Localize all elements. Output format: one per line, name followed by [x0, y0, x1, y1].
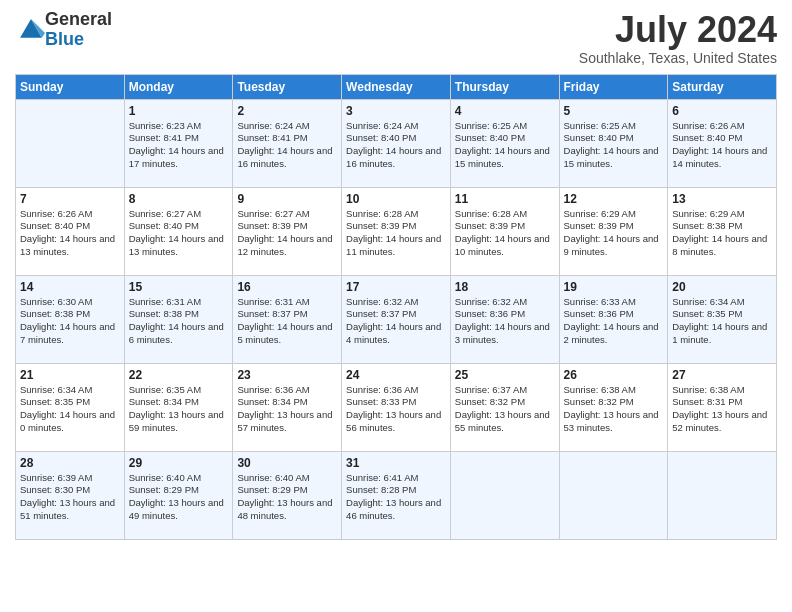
day-number: 2	[237, 104, 337, 118]
calendar-cell: 26Sunrise: 6:38 AMSunset: 8:32 PMDayligh…	[559, 363, 668, 451]
day-number: 8	[129, 192, 229, 206]
day-number: 20	[672, 280, 772, 294]
day-info: Sunrise: 6:36 AMSunset: 8:34 PMDaylight:…	[237, 384, 337, 435]
day-info: Sunrise: 6:24 AMSunset: 8:41 PMDaylight:…	[237, 120, 337, 171]
day-info: Sunrise: 6:27 AMSunset: 8:40 PMDaylight:…	[129, 208, 229, 259]
day-info: Sunrise: 6:38 AMSunset: 8:31 PMDaylight:…	[672, 384, 772, 435]
calendar-cell: 15Sunrise: 6:31 AMSunset: 8:38 PMDayligh…	[124, 275, 233, 363]
calendar-week-row: 1Sunrise: 6:23 AMSunset: 8:41 PMDaylight…	[16, 99, 777, 187]
day-number: 26	[564, 368, 664, 382]
logo-text: General Blue	[45, 10, 112, 50]
day-number: 7	[20, 192, 120, 206]
day-header-thursday: Thursday	[450, 74, 559, 99]
calendar-cell	[450, 451, 559, 539]
calendar-cell: 16Sunrise: 6:31 AMSunset: 8:37 PMDayligh…	[233, 275, 342, 363]
day-header-sunday: Sunday	[16, 74, 125, 99]
day-number: 13	[672, 192, 772, 206]
day-info: Sunrise: 6:30 AMSunset: 8:38 PMDaylight:…	[20, 296, 120, 347]
day-info: Sunrise: 6:25 AMSunset: 8:40 PMDaylight:…	[455, 120, 555, 171]
day-number: 22	[129, 368, 229, 382]
calendar-week-row: 21Sunrise: 6:34 AMSunset: 8:35 PMDayligh…	[16, 363, 777, 451]
calendar-cell: 5Sunrise: 6:25 AMSunset: 8:40 PMDaylight…	[559, 99, 668, 187]
calendar-cell: 10Sunrise: 6:28 AMSunset: 8:39 PMDayligh…	[342, 187, 451, 275]
day-number: 21	[20, 368, 120, 382]
logo-general: General	[45, 10, 112, 30]
day-info: Sunrise: 6:38 AMSunset: 8:32 PMDaylight:…	[564, 384, 664, 435]
day-number: 16	[237, 280, 337, 294]
calendar-cell: 21Sunrise: 6:34 AMSunset: 8:35 PMDayligh…	[16, 363, 125, 451]
logo-icon	[17, 16, 45, 44]
day-number: 31	[346, 456, 446, 470]
calendar-cell	[16, 99, 125, 187]
day-number: 29	[129, 456, 229, 470]
day-number: 14	[20, 280, 120, 294]
month-year-title: July 2024	[579, 10, 777, 50]
day-info: Sunrise: 6:26 AMSunset: 8:40 PMDaylight:…	[20, 208, 120, 259]
day-info: Sunrise: 6:41 AMSunset: 8:28 PMDaylight:…	[346, 472, 446, 523]
calendar-cell: 11Sunrise: 6:28 AMSunset: 8:39 PMDayligh…	[450, 187, 559, 275]
day-number: 15	[129, 280, 229, 294]
day-number: 24	[346, 368, 446, 382]
calendar-cell: 31Sunrise: 6:41 AMSunset: 8:28 PMDayligh…	[342, 451, 451, 539]
day-info: Sunrise: 6:24 AMSunset: 8:40 PMDaylight:…	[346, 120, 446, 171]
logo: General Blue	[15, 10, 112, 50]
day-number: 18	[455, 280, 555, 294]
calendar-cell: 22Sunrise: 6:35 AMSunset: 8:34 PMDayligh…	[124, 363, 233, 451]
calendar-cell: 17Sunrise: 6:32 AMSunset: 8:37 PMDayligh…	[342, 275, 451, 363]
day-number: 27	[672, 368, 772, 382]
location-subtitle: Southlake, Texas, United States	[579, 50, 777, 66]
day-number: 6	[672, 104, 772, 118]
title-section: July 2024 Southlake, Texas, United State…	[579, 10, 777, 66]
day-info: Sunrise: 6:35 AMSunset: 8:34 PMDaylight:…	[129, 384, 229, 435]
calendar-cell: 8Sunrise: 6:27 AMSunset: 8:40 PMDaylight…	[124, 187, 233, 275]
day-number: 5	[564, 104, 664, 118]
day-number: 10	[346, 192, 446, 206]
day-number: 28	[20, 456, 120, 470]
calendar-header-row: SundayMondayTuesdayWednesdayThursdayFrid…	[16, 74, 777, 99]
day-info: Sunrise: 6:31 AMSunset: 8:38 PMDaylight:…	[129, 296, 229, 347]
calendar-cell: 30Sunrise: 6:40 AMSunset: 8:29 PMDayligh…	[233, 451, 342, 539]
day-number: 17	[346, 280, 446, 294]
calendar-cell: 14Sunrise: 6:30 AMSunset: 8:38 PMDayligh…	[16, 275, 125, 363]
logo-blue: Blue	[45, 30, 112, 50]
calendar-cell: 29Sunrise: 6:40 AMSunset: 8:29 PMDayligh…	[124, 451, 233, 539]
page-header: General Blue July 2024 Southlake, Texas,…	[15, 10, 777, 66]
calendar-cell: 23Sunrise: 6:36 AMSunset: 8:34 PMDayligh…	[233, 363, 342, 451]
day-info: Sunrise: 6:33 AMSunset: 8:36 PMDaylight:…	[564, 296, 664, 347]
calendar-cell: 2Sunrise: 6:24 AMSunset: 8:41 PMDaylight…	[233, 99, 342, 187]
calendar-cell: 20Sunrise: 6:34 AMSunset: 8:35 PMDayligh…	[668, 275, 777, 363]
day-number: 1	[129, 104, 229, 118]
calendar-cell: 7Sunrise: 6:26 AMSunset: 8:40 PMDaylight…	[16, 187, 125, 275]
day-info: Sunrise: 6:36 AMSunset: 8:33 PMDaylight:…	[346, 384, 446, 435]
day-number: 19	[564, 280, 664, 294]
day-info: Sunrise: 6:27 AMSunset: 8:39 PMDaylight:…	[237, 208, 337, 259]
day-info: Sunrise: 6:40 AMSunset: 8:29 PMDaylight:…	[237, 472, 337, 523]
day-info: Sunrise: 6:29 AMSunset: 8:39 PMDaylight:…	[564, 208, 664, 259]
calendar-cell: 4Sunrise: 6:25 AMSunset: 8:40 PMDaylight…	[450, 99, 559, 187]
day-header-monday: Monday	[124, 74, 233, 99]
day-info: Sunrise: 6:26 AMSunset: 8:40 PMDaylight:…	[672, 120, 772, 171]
calendar-cell: 19Sunrise: 6:33 AMSunset: 8:36 PMDayligh…	[559, 275, 668, 363]
day-info: Sunrise: 6:28 AMSunset: 8:39 PMDaylight:…	[455, 208, 555, 259]
calendar-cell: 25Sunrise: 6:37 AMSunset: 8:32 PMDayligh…	[450, 363, 559, 451]
day-info: Sunrise: 6:29 AMSunset: 8:38 PMDaylight:…	[672, 208, 772, 259]
day-number: 25	[455, 368, 555, 382]
calendar-week-row: 14Sunrise: 6:30 AMSunset: 8:38 PMDayligh…	[16, 275, 777, 363]
day-info: Sunrise: 6:34 AMSunset: 8:35 PMDaylight:…	[20, 384, 120, 435]
day-number: 12	[564, 192, 664, 206]
calendar-cell	[668, 451, 777, 539]
calendar-week-row: 28Sunrise: 6:39 AMSunset: 8:30 PMDayligh…	[16, 451, 777, 539]
day-info: Sunrise: 6:32 AMSunset: 8:36 PMDaylight:…	[455, 296, 555, 347]
day-info: Sunrise: 6:28 AMSunset: 8:39 PMDaylight:…	[346, 208, 446, 259]
day-number: 9	[237, 192, 337, 206]
day-header-tuesday: Tuesday	[233, 74, 342, 99]
calendar-cell: 27Sunrise: 6:38 AMSunset: 8:31 PMDayligh…	[668, 363, 777, 451]
calendar-cell: 1Sunrise: 6:23 AMSunset: 8:41 PMDaylight…	[124, 99, 233, 187]
day-info: Sunrise: 6:25 AMSunset: 8:40 PMDaylight:…	[564, 120, 664, 171]
day-number: 30	[237, 456, 337, 470]
calendar-cell: 6Sunrise: 6:26 AMSunset: 8:40 PMDaylight…	[668, 99, 777, 187]
day-info: Sunrise: 6:34 AMSunset: 8:35 PMDaylight:…	[672, 296, 772, 347]
day-number: 3	[346, 104, 446, 118]
day-header-friday: Friday	[559, 74, 668, 99]
day-number: 11	[455, 192, 555, 206]
